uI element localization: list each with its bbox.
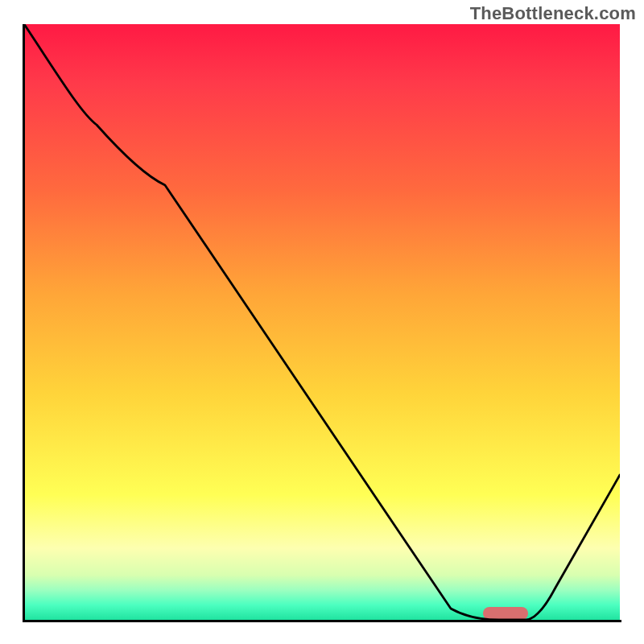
bottleneck-curve bbox=[24, 24, 620, 620]
x-axis bbox=[23, 620, 621, 622]
watermark-text: TheBottleneck.com bbox=[470, 3, 636, 24]
plot-area bbox=[24, 24, 620, 620]
chart-container: TheBottleneck.com bbox=[0, 0, 644, 644]
curve-path bbox=[24, 24, 620, 620]
